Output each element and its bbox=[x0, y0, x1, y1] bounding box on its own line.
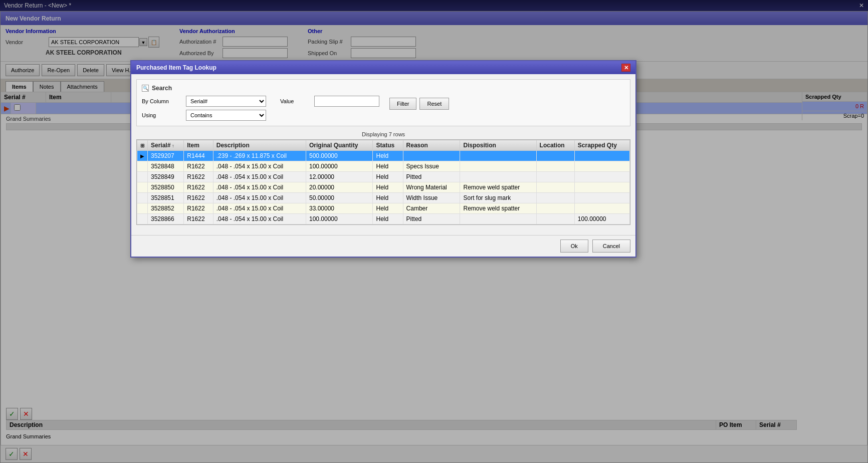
table-row[interactable]: 3528848R1622.048 - .054 x 15.00 x Coil10… bbox=[137, 161, 630, 172]
table-row[interactable]: 3528849R1622.048 - .054 x 15.00 x Coil12… bbox=[137, 172, 630, 182]
search-section: 🔍 Search By Column Serial# Item Descript… bbox=[136, 79, 630, 126]
modal-footer: Ok Cancel bbox=[131, 235, 635, 257]
table-row[interactable]: 3528852R1622.048 - .054 x 15.00 x Coil33… bbox=[137, 203, 630, 214]
col-indicator: ⊞ bbox=[137, 140, 148, 151]
cell-reason: Wrong Material bbox=[403, 182, 460, 193]
cell-description: .048 - .054 x 15.00 x Coil bbox=[213, 203, 306, 214]
th-item[interactable]: Item bbox=[184, 140, 213, 151]
purchased-item-lookup-modal: Purchased Item Tag Lookup ✕ 🔍 Search By … bbox=[130, 60, 636, 258]
cell-disposition bbox=[460, 151, 536, 161]
data-table: ⊞ Serial# Item Description Original Quan… bbox=[137, 140, 630, 224]
cell-serial: 3528848 bbox=[148, 161, 184, 172]
cell-reason: Width Issue bbox=[403, 193, 460, 203]
cancel-button[interactable]: Cancel bbox=[592, 240, 630, 253]
cell-orig_qty: 12.00000 bbox=[306, 172, 373, 182]
cell-scrapped_qty bbox=[574, 182, 629, 193]
cell-reason: Specs Issue bbox=[403, 161, 460, 172]
cell-location bbox=[536, 214, 574, 224]
cell-status: Held bbox=[373, 203, 403, 214]
cell-description: .048 - .054 x 15.00 x Coil bbox=[213, 161, 306, 172]
using-select[interactable]: Contains Equals Starts With bbox=[186, 110, 266, 121]
th-location[interactable]: Location bbox=[536, 140, 574, 151]
search-buttons: Filter Reset bbox=[389, 98, 449, 110]
modal-overlay: Purchased Item Tag Lookup ✕ 🔍 Search By … bbox=[0, 0, 868, 463]
cell-serial: 3528849 bbox=[148, 172, 184, 182]
cell-orig_qty: 100.00000 bbox=[306, 161, 373, 172]
cell-disposition bbox=[460, 214, 536, 224]
table-header-row: ⊞ Serial# Item Description Original Quan… bbox=[137, 140, 630, 151]
cell-location bbox=[536, 172, 574, 182]
table-body: ▶3529207R1444.239 - .269 x 11.875 x Coil… bbox=[137, 151, 630, 224]
using-label: Using bbox=[142, 112, 182, 118]
cell-location bbox=[536, 151, 574, 161]
cell-serial: 3528866 bbox=[148, 214, 184, 224]
cell-status: Held bbox=[373, 182, 403, 193]
cell-orig_qty: 20.00000 bbox=[306, 182, 373, 193]
cell-location bbox=[536, 161, 574, 172]
results-info: Displaying 7 rows bbox=[136, 131, 630, 137]
cell-serial: 3528850 bbox=[148, 182, 184, 193]
by-column-select-wrapper: Serial# Item Description bbox=[186, 96, 276, 107]
cell-reason bbox=[403, 151, 460, 161]
cell-location bbox=[536, 203, 574, 214]
cell-description: .048 - .054 x 15.00 x Coil bbox=[213, 193, 306, 203]
cell-status: Held bbox=[373, 172, 403, 182]
modal-title-bar: Purchased Item Tag Lookup ✕ bbox=[131, 61, 635, 74]
by-column-select[interactable]: Serial# Item Description bbox=[186, 96, 266, 107]
cell-item: R1622 bbox=[184, 214, 213, 224]
cell-disposition bbox=[460, 172, 536, 182]
cell-orig_qty: 33.00000 bbox=[306, 203, 373, 214]
th-status[interactable]: Status bbox=[373, 140, 403, 151]
th-scrapped-qty[interactable]: Scrapped Qty bbox=[574, 140, 629, 151]
th-reason[interactable]: Reason bbox=[403, 140, 460, 151]
cell-serial: 3528852 bbox=[148, 203, 184, 214]
th-serial[interactable]: Serial# bbox=[148, 140, 184, 151]
cell-disposition bbox=[460, 161, 536, 172]
value-input[interactable] bbox=[314, 96, 379, 107]
row-indicator-cell bbox=[137, 214, 148, 224]
filter-button[interactable]: Filter bbox=[389, 98, 416, 110]
cell-description: .239 - .269 x 11.875 x Coil bbox=[213, 151, 306, 161]
cell-orig_qty: 50.00000 bbox=[306, 193, 373, 203]
modal-close-button[interactable]: ✕ bbox=[621, 64, 630, 72]
th-description[interactable]: Description bbox=[213, 140, 306, 151]
cell-scrapped_qty bbox=[574, 161, 629, 172]
cell-reason: Pitted bbox=[403, 172, 460, 182]
cell-scrapped_qty bbox=[574, 193, 629, 203]
row-indicator-cell bbox=[137, 182, 148, 193]
data-table-container[interactable]: ⊞ Serial# Item Description Original Quan… bbox=[136, 139, 630, 225]
cell-item: R1622 bbox=[184, 172, 213, 182]
row-indicator-cell bbox=[137, 193, 148, 203]
row-indicator-cell bbox=[137, 172, 148, 182]
table-row[interactable]: 3528850R1622.048 - .054 x 15.00 x Coil20… bbox=[137, 182, 630, 193]
cell-item: R1622 bbox=[184, 203, 213, 214]
using-select-wrapper: Contains Equals Starts With bbox=[186, 110, 276, 121]
cell-status: Held bbox=[373, 151, 403, 161]
cell-item: R1622 bbox=[184, 161, 213, 172]
value-label: Value bbox=[280, 98, 310, 104]
cell-scrapped_qty bbox=[574, 203, 629, 214]
cell-serial: 3528851 bbox=[148, 193, 184, 203]
cell-location bbox=[536, 193, 574, 203]
row-indicator-cell: ▶ bbox=[137, 151, 148, 161]
cell-orig_qty: 500.00000 bbox=[306, 151, 373, 161]
modal-title: Purchased Item Tag Lookup bbox=[136, 64, 216, 71]
table-row[interactable]: 3528851R1622.048 - .054 x 15.00 x Coil50… bbox=[137, 193, 630, 203]
ok-button[interactable]: Ok bbox=[560, 240, 588, 253]
table-row[interactable]: 3528866R1622.048 - .054 x 15.00 x Coil10… bbox=[137, 214, 630, 224]
th-orig-qty[interactable]: Original Quantity bbox=[306, 140, 373, 151]
search-section-title: 🔍 Search bbox=[142, 85, 625, 92]
cell-serial: 3529207 bbox=[148, 151, 184, 161]
cell-orig_qty: 100.00000 bbox=[306, 214, 373, 224]
row-indicator-cell bbox=[137, 161, 148, 172]
reset-button[interactable]: Reset bbox=[419, 98, 449, 110]
table-row[interactable]: ▶3529207R1444.239 - .269 x 11.875 x Coil… bbox=[137, 151, 630, 161]
cell-status: Held bbox=[373, 214, 403, 224]
cell-item: R1622 bbox=[184, 193, 213, 203]
th-disposition[interactable]: Disposition bbox=[460, 140, 536, 151]
cell-scrapped_qty bbox=[574, 172, 629, 182]
modal-body: 🔍 Search By Column Serial# Item Descript… bbox=[131, 74, 635, 235]
cell-status: Held bbox=[373, 161, 403, 172]
cell-description: .048 - .054 x 15.00 x Coil bbox=[213, 214, 306, 224]
cell-reason: Pitted bbox=[403, 214, 460, 224]
